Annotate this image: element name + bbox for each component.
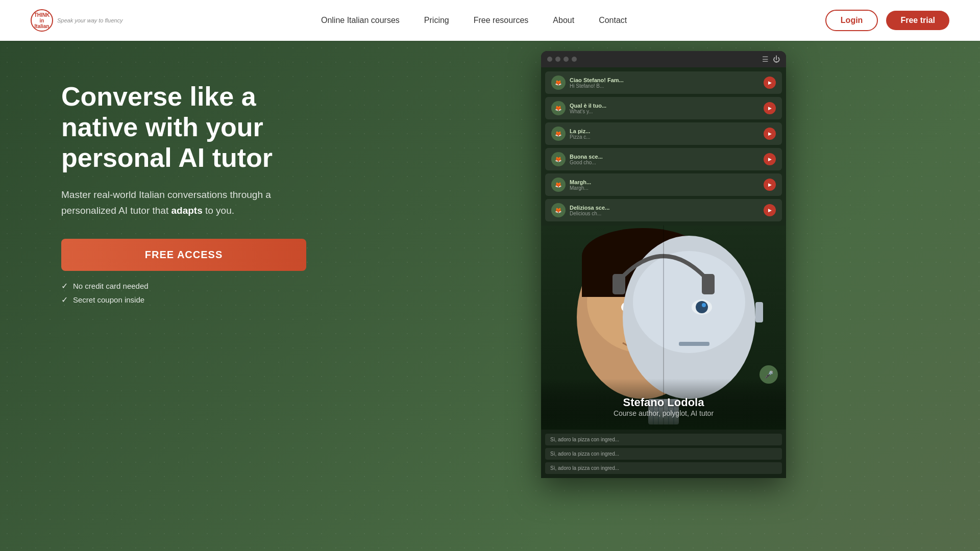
chat-text: Margh... Margh... — [570, 179, 760, 191]
chat-italian: Deliziosa sce... — [570, 205, 760, 211]
chat-avatar: 🦊 — [551, 101, 566, 115]
chat-item[interactable]: 🦊 Ciao Stefano! Fam... Hi Stefano! B... … — [545, 71, 782, 94]
checkmark-label-1: No credit card needed — [73, 282, 149, 290]
menu-icon[interactable]: ☰ — [762, 55, 769, 63]
nav-actions: Login Free trial — [825, 10, 949, 31]
chat-item[interactable]: 🦊 Margh... Margh... ▶ — [545, 173, 782, 196]
chat-item[interactable]: 🦊 Deliziosa sce... Delicious ch... ▶ — [545, 199, 782, 221]
response-item: Sì, adoro la pizza con ingred... — [545, 462, 782, 474]
person-name-label: Stefano Lodola Course author, polyglot, … — [614, 396, 714, 417]
checkmark-label-2: Secret coupon inside — [73, 295, 144, 304]
chat-item[interactable]: 🦊 La piz... Pizza c... ▶ — [545, 122, 782, 145]
toolbar-icons: ☰ ⏻ — [762, 55, 780, 63]
chat-italian: Margh... — [570, 179, 760, 185]
chat-avatar: 🦊 — [551, 76, 566, 90]
nav-link-pricing[interactable]: Pricing — [424, 16, 449, 25]
svg-rect-14 — [612, 274, 625, 294]
nav-links: Online Italian courses Pricing Free reso… — [321, 16, 627, 25]
hero-image-panel: ☰ ⏻ 🦊 Ciao Stefano! Fam... Hi Stefano! B… — [347, 41, 980, 478]
logo[interactable]: THINKin Italian Speak your way to fluenc… — [31, 9, 122, 32]
chat-responses: Sì, adoro la pizza con ingred...Sì, ador… — [541, 430, 786, 478]
chat-avatar: 🦊 — [551, 127, 566, 141]
toolbar-dot-3 — [564, 57, 569, 62]
login-button[interactable]: Login — [825, 10, 878, 31]
svg-rect-13 — [755, 302, 763, 322]
navbar: THINKin Italian Speak your way to fluenc… — [0, 0, 980, 41]
chat-english: Delicious ch... — [570, 211, 760, 216]
chat-play-button[interactable]: ▶ — [764, 153, 776, 165]
chat-play-button[interactable]: ▶ — [764, 77, 776, 89]
toolbar-dot-2 — [555, 57, 560, 62]
free-trial-button[interactable]: Free trial — [886, 11, 949, 30]
checkmarks-list: ✓ No credit card needed ✓ Secret coupon … — [61, 281, 316, 305]
svg-rect-15 — [702, 274, 715, 294]
chat-text: Buona sce... Good cho... — [570, 154, 760, 165]
chat-play-button[interactable]: ▶ — [764, 102, 776, 114]
chat-english: Hi Stefano! B... — [570, 83, 760, 89]
svg-point-10 — [696, 301, 708, 313]
nav-link-contact[interactable]: Contact — [599, 16, 627, 25]
nav-link-courses[interactable]: Online Italian courses — [321, 16, 400, 25]
chat-english: Pizza c... — [570, 134, 760, 140]
chat-italian: Qual è il tuo... — [570, 103, 760, 109]
hero-subtitle: Master real-world Italian conversations … — [61, 187, 316, 218]
chat-english: Margh... — [570, 185, 760, 191]
app-preview: ☰ ⏻ 🦊 Ciao Stefano! Fam... Hi Stefano! B… — [541, 51, 786, 478]
hero-section: Converse like a native with your persona… — [0, 41, 980, 551]
power-icon[interactable]: ⏻ — [773, 55, 780, 63]
nav-link-about[interactable]: About — [553, 16, 574, 25]
person-name: Stefano Lodola — [614, 396, 714, 409]
chat-play-button[interactable]: ▶ — [764, 204, 776, 216]
subtitle-bold: adapts — [171, 205, 202, 216]
free-access-button[interactable]: FREE ACCESS — [61, 239, 306, 271]
check-icon-1: ✓ — [61, 281, 68, 291]
svg-point-11 — [702, 303, 706, 307]
logo-icon: THINKin Italian — [31, 9, 53, 32]
chat-item[interactable]: 🦊 Qual è il tuo... What's y... ▶ — [545, 97, 782, 119]
chat-text: Qual è il tuo... What's y... — [570, 103, 760, 114]
response-item: Sì, adoro la pizza con ingred... — [545, 434, 782, 445]
person-title: Course author, polyglot, AI tutor — [614, 409, 714, 417]
chat-item[interactable]: 🦊 Buona sce... Good cho... ▶ — [545, 148, 782, 170]
chat-text: Deliziosa sce... Delicious ch... — [570, 205, 760, 216]
chat-english: What's y... — [570, 109, 760, 114]
hero-content: Converse like a native with your persona… — [0, 41, 347, 335]
mic-button[interactable]: 🎤 — [760, 365, 778, 384]
nav-link-resources[interactable]: Free resources — [474, 16, 529, 25]
app-toolbar: ☰ ⏻ — [541, 51, 786, 67]
chat-avatar: 🦊 — [551, 152, 566, 166]
toolbar-dots — [547, 57, 577, 62]
chat-play-button[interactable]: ▶ — [764, 179, 776, 191]
chat-avatar: 🦊 — [551, 178, 566, 192]
chat-text: Ciao Stefano! Fam... Hi Stefano! B... — [570, 77, 760, 89]
logo-tagline: Speak your way to fluency — [57, 17, 122, 23]
chat-list: 🦊 Ciao Stefano! Fam... Hi Stefano! B... … — [541, 67, 786, 226]
chat-text: La piz... Pizza c... — [570, 128, 760, 140]
response-item: Sì, adoro la pizza con ingred... — [545, 448, 782, 460]
checkmark-item-2: ✓ Secret coupon inside — [61, 295, 316, 305]
hero-title: Converse like a native with your persona… — [61, 82, 316, 173]
logo-icon-text: THINKin Italian — [32, 12, 52, 29]
toolbar-dot-1 — [547, 57, 552, 62]
chat-italian: La piz... — [570, 128, 760, 134]
chat-italian: Buona sce... — [570, 154, 760, 160]
svg-rect-12 — [679, 342, 709, 346]
chat-play-button[interactable]: ▶ — [764, 128, 776, 140]
checkmark-item-1: ✓ No credit card needed — [61, 281, 316, 291]
chat-english: Good cho... — [570, 160, 760, 165]
chat-italian: Ciao Stefano! Fam... — [570, 77, 760, 83]
ai-face-area: Stefano Lodola Course author, polyglot, … — [541, 226, 786, 430]
subtitle-end: to you. — [203, 205, 234, 216]
subtitle-start: Master real-world Italian conversations … — [61, 189, 271, 215]
toolbar-dot-4 — [572, 57, 577, 62]
chat-avatar: 🦊 — [551, 203, 566, 217]
check-icon-2: ✓ — [61, 295, 68, 305]
